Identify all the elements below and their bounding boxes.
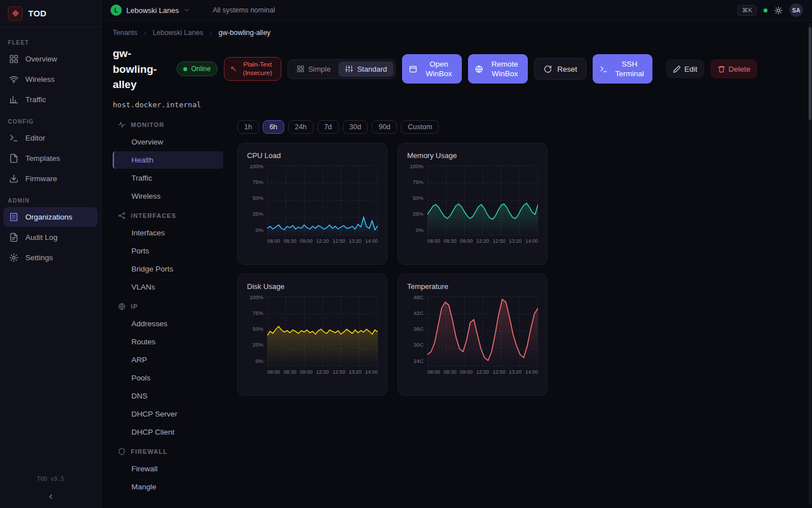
page-scrollbar[interactable]: [809, 23, 811, 505]
sidebar-item-wireless[interactable]: Wireless: [3, 69, 98, 89]
chart-title: Disk Usage: [247, 282, 378, 291]
remote-winbox-button[interactable]: Remote WinBox: [468, 54, 528, 84]
time-range-24h[interactable]: 24h: [288, 120, 314, 134]
download-icon: [9, 174, 19, 183]
theme-toggle-sun-icon[interactable]: [774, 6, 783, 15]
app-window-icon: [409, 65, 417, 73]
y-tick-label: 36C: [414, 326, 423, 332]
sidebar: TOD FLEETOverviewWirelessTrafficCONFIGEd…: [0, 0, 102, 508]
content-body: MONITOROverviewHealthTrafficWirelessINTE…: [113, 112, 801, 508]
time-range-30d[interactable]: 30d: [343, 120, 368, 134]
subnav-group-interfaces: INTERFACES: [113, 205, 223, 224]
x-tick-label: 12:20: [316, 369, 329, 375]
open-winbox-button[interactable]: Open WinBox: [402, 54, 462, 84]
time-range-6h[interactable]: 6h: [263, 120, 284, 134]
sidebar-item-settings[interactable]: Settings: [3, 248, 98, 268]
subnav-group-label-text: MONITOR: [131, 121, 164, 128]
subnav-item-firewall[interactable]: Firewall: [113, 460, 223, 478]
pulse-icon: [118, 121, 126, 129]
app-name: TOD: [28, 8, 47, 18]
tenant-name: Lebowski Lanes: [126, 6, 179, 15]
reset-button[interactable]: Reset: [534, 58, 586, 80]
y-axis-labels: 100%75%50%25%0%: [247, 163, 267, 233]
x-tick-label: 08:00: [267, 238, 280, 244]
chart-body: 48C42C36C30C24C 08:0008:3009:0012:2012:5…: [407, 296, 538, 375]
sidebar-item-editor[interactable]: Editor: [3, 128, 98, 148]
x-axis-labels: 08:0008:3009:0012:2012:5013:2014:00: [267, 238, 378, 244]
main-column: L Lebowski Lanes All systems nominal ⌘K …: [102, 0, 812, 508]
breadcrumb-tenants[interactable]: Tenants: [113, 29, 138, 37]
subnav-item-overview[interactable]: Overview: [113, 133, 223, 151]
content: Tenants Lebowski Lanes gw-bowling-alley …: [102, 21, 812, 508]
command-palette-shortcut[interactable]: ⌘K: [738, 5, 757, 16]
y-tick-label: 25%: [253, 341, 263, 348]
time-range-90d[interactable]: 90d: [372, 120, 397, 134]
y-tick-label: 50%: [253, 326, 263, 332]
x-tick-label: 08:30: [444, 238, 457, 244]
y-tick-label: 100%: [250, 294, 263, 300]
ssh-terminal-button[interactable]: SSH Terminal: [593, 54, 652, 84]
chevron-right-icon: [208, 30, 214, 36]
sidebar-item-organizations[interactable]: Organizations: [3, 207, 98, 227]
charts-grid: CPU Load100%75%50%25%0% 08:0008:3009:001…: [237, 143, 801, 396]
breadcrumb-tenant-name[interactable]: Lebowski Lanes: [153, 29, 204, 37]
sidebar-item-overview[interactable]: Overview: [3, 49, 98, 69]
globe-icon: [118, 303, 126, 310]
x-tick-label: 12:50: [493, 369, 506, 375]
subnav-item-traffic[interactable]: Traffic: [113, 169, 223, 187]
app-logo-icon: [8, 6, 23, 21]
subnav-item-dhcp-server[interactable]: DHCP Server: [113, 405, 223, 423]
x-tick-label: 09:00: [300, 369, 313, 375]
sidebar-item-label: Traffic: [25, 95, 46, 104]
subnav-item-mangle[interactable]: Mangle: [113, 478, 223, 496]
edit-button[interactable]: Edit: [666, 59, 704, 78]
wifi-icon: [9, 75, 19, 84]
system-status-text: All systems nominal: [213, 6, 275, 14]
x-axis-labels: 08:0008:3009:0012:2012:5013:2014:00: [427, 369, 538, 375]
app-version: TOD v9.5: [0, 471, 101, 487]
chart-plot-area: 08:0008:3009:0012:2012:5013:2014:00: [267, 165, 378, 244]
chevron-left-icon: [47, 493, 55, 502]
subnav-item-dns[interactable]: DNS: [113, 387, 223, 405]
collapse-sidebar-button[interactable]: [0, 487, 101, 508]
subnav-item-dhcp-client[interactable]: DHCP Client: [113, 423, 223, 441]
subnav-item-health[interactable]: Health: [113, 151, 223, 169]
device-hostname: host.docker.internal: [113, 100, 801, 109]
refresh-icon: [544, 65, 552, 73]
mode-simple-button[interactable]: Simple: [290, 62, 338, 77]
scrollbar-thumb[interactable]: [809, 27, 811, 120]
subnav-item-vlans[interactable]: VLANs: [113, 278, 223, 296]
sidebar-item-audit-log[interactable]: Audit Log: [3, 227, 98, 247]
sidebar-item-templates[interactable]: Templates: [3, 148, 98, 168]
subnav-item-ports[interactable]: Ports: [113, 242, 223, 260]
mode-standard-button[interactable]: Standard: [338, 62, 394, 77]
time-range-custom[interactable]: Custom: [401, 120, 439, 134]
x-tick-label: 14:00: [365, 369, 378, 375]
subnav-item-arp[interactable]: ARP: [113, 351, 223, 369]
sidebar-item-traffic[interactable]: Traffic: [3, 90, 98, 110]
y-tick-label: 75%: [253, 310, 263, 316]
key-icon: [230, 65, 237, 72]
subnav-item-routes[interactable]: Routes: [113, 333, 223, 351]
sidebar-item-label: Templates: [25, 154, 60, 163]
sidebar-item-firmware[interactable]: Firmware: [3, 169, 98, 189]
time-range-7d[interactable]: 7d: [317, 120, 339, 134]
y-tick-label: 24C: [414, 358, 423, 364]
subnav-item-bridge-ports[interactable]: Bridge Ports: [113, 260, 223, 278]
tenant-switcher[interactable]: L Lebowski Lanes: [111, 5, 190, 16]
y-tick-label: 25%: [413, 211, 423, 217]
chart-card-disk-usage: Disk Usage100%75%50%25%0% 08:0008:3009:0…: [237, 274, 387, 396]
user-avatar[interactable]: SA: [789, 3, 803, 17]
subnav-item-addresses[interactable]: Addresses: [113, 315, 223, 332]
subnav-item-wireless[interactable]: Wireless: [113, 187, 223, 205]
reset-label: Reset: [557, 65, 577, 73]
y-tick-label: 100%: [410, 163, 423, 169]
remote-winbox-label: Remote WinBox: [488, 59, 521, 79]
delete-button[interactable]: Delete: [710, 59, 757, 78]
subnav-item-pools[interactable]: Pools: [113, 369, 223, 387]
x-tick-label: 09:00: [460, 238, 473, 244]
subnav-group-label-text: FIREWALL: [131, 448, 167, 455]
chart-card-memory-usage: Memory Usage100%75%50%25%0% 08:0008:3009…: [398, 143, 548, 265]
time-range-1h[interactable]: 1h: [237, 120, 259, 134]
subnav-item-interfaces[interactable]: Interfaces: [113, 224, 223, 242]
